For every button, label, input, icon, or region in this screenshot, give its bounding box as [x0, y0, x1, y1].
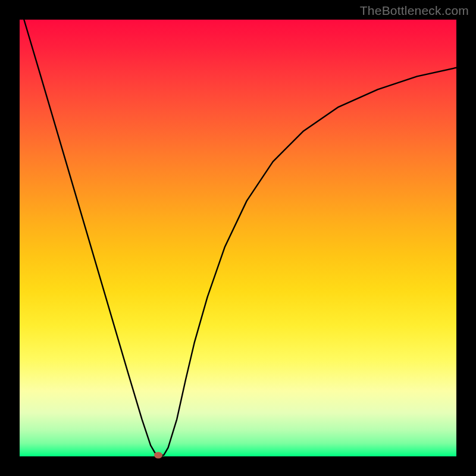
- watermark-text: TheBottleneck.com: [360, 4, 469, 18]
- curve-svg: [20, 20, 456, 456]
- bottleneck-curve: [24, 20, 456, 456]
- plot-area: [20, 20, 456, 456]
- chart-container: TheBottleneck.com: [0, 0, 476, 476]
- optimal-point-marker: [154, 452, 162, 458]
